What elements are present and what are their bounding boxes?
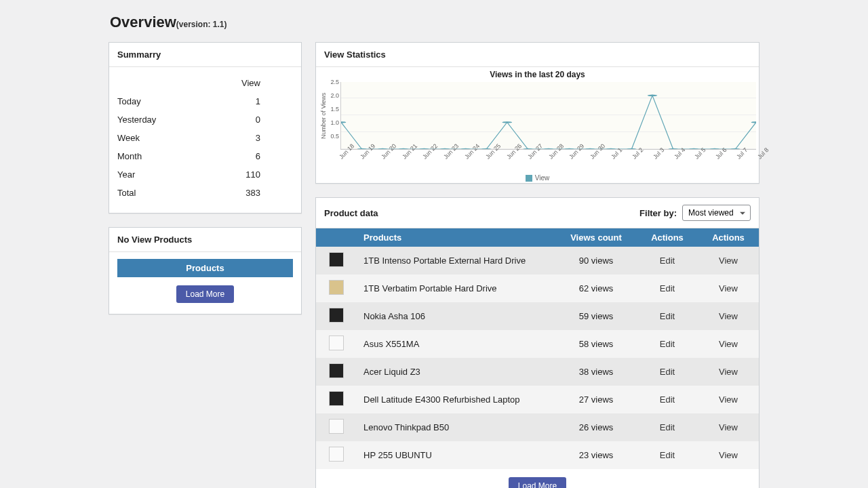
summary-row-label: Month bbox=[117, 147, 200, 165]
chart-yaxis: 0.51.01.52.02.5 bbox=[328, 82, 340, 150]
summary-card: Summarry View Today1Yesterday0Week3Month… bbox=[108, 42, 302, 214]
product-header: Product data bbox=[324, 208, 378, 218]
col-views: Views count bbox=[555, 228, 637, 247]
summary-row-label: Yesterday bbox=[117, 110, 200, 129]
view-link[interactable]: View bbox=[719, 450, 738, 460]
view-link[interactable]: View bbox=[719, 422, 738, 432]
product-views: 23 views bbox=[555, 441, 637, 469]
table-row: HP 255 UBUNTU23 viewsEditView bbox=[316, 441, 759, 469]
product-name: Asus X551MA bbox=[357, 330, 555, 358]
summary-row-label: Week bbox=[117, 129, 200, 147]
edit-link[interactable]: Edit bbox=[660, 367, 675, 377]
version-text: (version: 1.1) bbox=[176, 20, 227, 29]
no-view-load-more-button[interactable]: Load More bbox=[176, 285, 234, 303]
product-thumb bbox=[329, 280, 344, 295]
col-actions-edit: Actions bbox=[637, 228, 698, 247]
product-thumb bbox=[329, 419, 344, 434]
no-view-col: Products bbox=[117, 259, 293, 277]
summary-row-value: 110 bbox=[200, 165, 293, 184]
edit-link[interactable]: Edit bbox=[660, 422, 675, 432]
no-view-card: No View Products Products Load More bbox=[108, 227, 302, 314]
view-link[interactable]: View bbox=[719, 256, 738, 266]
svg-point-14 bbox=[627, 148, 637, 149]
summary-col-view: View bbox=[200, 74, 293, 92]
view-link[interactable]: View bbox=[719, 339, 738, 349]
table-row: Asus X551MA58 viewsEditView bbox=[316, 330, 759, 358]
summary-row: Week3 bbox=[117, 129, 293, 147]
product-name: HP 255 UBUNTU bbox=[357, 441, 555, 469]
chart-title: Views in the last 20 days bbox=[319, 70, 756, 79]
view-link[interactable]: View bbox=[719, 283, 738, 293]
edit-link[interactable]: Edit bbox=[660, 450, 675, 460]
product-name: Lenovo Thinkpad B50 bbox=[357, 413, 555, 441]
svg-point-15 bbox=[648, 95, 658, 96]
product-name: Nokia Asha 106 bbox=[357, 302, 555, 330]
page-title: Overview(version: 1.1) bbox=[108, 14, 760, 31]
view-link[interactable]: View bbox=[719, 394, 738, 405]
svg-point-13 bbox=[606, 148, 616, 149]
col-products: Products bbox=[357, 228, 555, 247]
product-views: 38 views bbox=[555, 358, 637, 386]
legend-swatch bbox=[526, 175, 532, 182]
table-row: Lenovo Thinkpad B5026 viewsEditView bbox=[316, 413, 759, 441]
edit-link[interactable]: Edit bbox=[660, 256, 675, 266]
product-card: Product data Filter by: Most viewed bbox=[315, 197, 760, 488]
stats-header: View Statistics bbox=[316, 43, 759, 67]
summary-row: Yesterday0 bbox=[117, 110, 293, 129]
product-load-more-button[interactable]: Load More bbox=[509, 477, 566, 488]
product-name: 1TB Intenso Portable External Hard Drive bbox=[357, 247, 555, 274]
table-row: Dell Latitude E4300 Refurbished Laptop27… bbox=[316, 386, 759, 413]
product-name: Dell Latitude E4300 Refurbished Laptop bbox=[357, 386, 555, 413]
chart-plot bbox=[340, 82, 756, 150]
product-thumb bbox=[329, 252, 344, 267]
col-actions-view: Actions bbox=[698, 228, 759, 247]
product-views: 27 views bbox=[555, 386, 637, 413]
filter-select[interactable]: Most viewed bbox=[682, 205, 751, 221]
summary-row: Today1 bbox=[117, 92, 293, 110]
table-row: Acer Liquid Z338 viewsEditView bbox=[316, 358, 759, 386]
product-views: 58 views bbox=[555, 330, 637, 358]
summary-row: Month6 bbox=[117, 147, 293, 165]
summary-row: Year110 bbox=[117, 165, 293, 184]
product-views: 62 views bbox=[555, 274, 637, 302]
table-row: Nokia Asha 10659 viewsEditView bbox=[316, 302, 759, 330]
product-views: 90 views bbox=[555, 247, 637, 274]
product-thumb bbox=[329, 308, 344, 323]
table-row: 1TB Intenso Portable External Hard Drive… bbox=[316, 247, 759, 274]
product-name: 1TB Verbatim Portable Hard Drive bbox=[357, 274, 555, 302]
product-thumb bbox=[329, 336, 344, 350]
svg-point-17 bbox=[689, 148, 699, 149]
summary-row-value: 6 bbox=[200, 147, 293, 165]
summary-row-label: Year bbox=[117, 165, 200, 184]
svg-point-0 bbox=[341, 121, 346, 123]
summary-row-value: 383 bbox=[200, 184, 293, 202]
svg-point-10 bbox=[544, 148, 554, 149]
chart-ylabel: Number of Views bbox=[319, 82, 328, 150]
edit-link[interactable]: Edit bbox=[660, 394, 675, 405]
svg-point-8 bbox=[502, 121, 512, 123]
edit-link[interactable]: Edit bbox=[660, 283, 675, 293]
svg-point-20 bbox=[751, 121, 756, 123]
title-text: Overview bbox=[110, 14, 176, 30]
product-views: 26 views bbox=[555, 413, 637, 441]
legend-label: View bbox=[535, 174, 550, 182]
summary-row-value: 1 bbox=[200, 92, 293, 110]
product-views: 59 views bbox=[555, 302, 637, 330]
edit-link[interactable]: Edit bbox=[660, 339, 675, 349]
summary-header: Summarry bbox=[109, 43, 301, 67]
table-row: 1TB Verbatim Portable Hard Drive62 views… bbox=[316, 274, 759, 302]
no-view-header: No View Products bbox=[109, 228, 301, 252]
view-link[interactable]: View bbox=[719, 367, 738, 377]
chart-legend: View bbox=[319, 170, 756, 182]
summary-row-label: Total bbox=[117, 184, 200, 202]
summary-table: View Today1Yesterday0Week3Month6Year110T… bbox=[117, 74, 293, 202]
svg-point-12 bbox=[585, 148, 595, 149]
view-link[interactable]: View bbox=[719, 311, 738, 321]
edit-link[interactable]: Edit bbox=[660, 311, 675, 321]
product-thumb bbox=[329, 447, 344, 462]
svg-point-9 bbox=[523, 148, 533, 149]
summary-row-value: 0 bbox=[200, 110, 293, 129]
filter-label: Filter by: bbox=[639, 208, 677, 218]
product-table: Products Views count Actions Actions 1TB… bbox=[316, 228, 759, 469]
stats-card: View Statistics Views in the last 20 day… bbox=[315, 42, 760, 184]
